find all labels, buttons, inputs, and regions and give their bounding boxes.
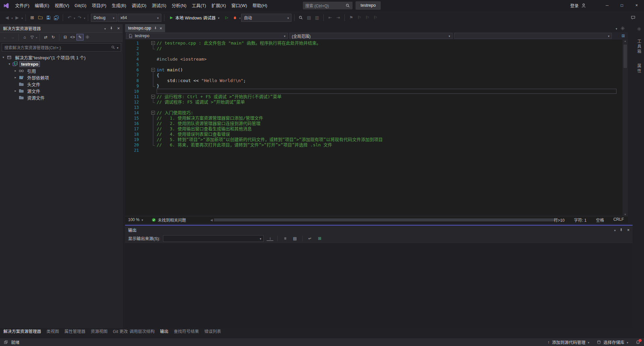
code-line[interactable]: 5 <box>125 62 623 67</box>
menubar-item[interactable]: 帮助(H) <box>250 0 270 11</box>
code-line[interactable]: 10 <box>125 89 623 94</box>
gear-icon[interactable] <box>637 27 641 31</box>
hot-reload-mode-dropdown[interactable]: 自动 <box>241 14 291 22</box>
close-tab-icon[interactable] <box>160 26 162 31</box>
scroll-left-icon[interactable]: ◀ <box>210 218 213 222</box>
window-position-icon[interactable] <box>614 228 616 232</box>
search-icon[interactable] <box>345 3 350 8</box>
hot-reload-icon[interactable] <box>231 14 238 22</box>
toggle-bookmark-icon[interactable]: ⚑ <box>347 14 355 22</box>
menubar-item[interactable]: 工具(T) <box>189 0 209 11</box>
document-tab-testrepo-cpp[interactable]: testrepo.cpp <box>125 24 165 32</box>
panel-splitter[interactable] <box>125 225 633 226</box>
code-line[interactable]: 3 <box>125 51 623 57</box>
decrease-indent-icon[interactable]: ⇤ <box>326 14 334 22</box>
comment-selection-icon[interactable]: ▤ <box>305 14 313 22</box>
quick-search-box[interactable]: 搜索 (Ctrl+Q) <box>303 2 353 9</box>
start-without-debugging-icon[interactable]: ▷ <box>223 14 230 22</box>
member-dropdown[interactable] <box>454 33 612 39</box>
active-documents-dropdown-icon[interactable] <box>615 26 617 31</box>
notifications-bell-icon[interactable] <box>636 340 640 345</box>
split-window-icon[interactable]: ⊞ <box>622 33 625 38</box>
increase-indent-icon[interactable]: ⇥ <box>334 14 342 22</box>
fold-collapse-button[interactable]: − <box>149 67 157 73</box>
code-line[interactable]: 20// 6. 将来，若要再次打开此项目，请转到“文件”>“打开”>“项目”并选… <box>125 142 623 148</box>
sync-with-active-document-icon[interactable]: ⇄ <box>42 34 49 41</box>
menubar-item[interactable]: 窗口(W) <box>229 0 250 11</box>
zoom-dropdown[interactable]: 100 % <box>125 217 146 222</box>
home-icon[interactable]: ⌂ <box>21 34 28 41</box>
code-line[interactable]: 1−// testrepo.cpp : 此文件包含 "main" 函数。程序执行… <box>125 41 623 46</box>
sign-in-button[interactable]: 登录 <box>570 2 579 9</box>
panel-tab[interactable]: 查找符号结果 <box>171 328 202 335</box>
output-panel-header[interactable]: 输出 <box>125 226 633 233</box>
output-source-dropdown[interactable] <box>163 235 264 242</box>
fold-collapse-button[interactable]: − <box>149 41 157 46</box>
tree-expanded-icon[interactable]: ▾ <box>1 56 6 59</box>
properties-icon[interactable] <box>84 34 91 41</box>
navigate-back-dropdown-icon[interactable] <box>11 15 13 20</box>
pin-icon[interactable] <box>619 228 623 232</box>
code-line[interactable]: 14−// 入门使用技巧: <box>125 110 623 116</box>
refresh-icon[interactable]: ↻ <box>50 34 57 41</box>
filter-dropdown-icon[interactable] <box>36 34 37 40</box>
code-line[interactable]: 16// 2. 使用团队资源管理器窗口连接到源代码管理 <box>125 121 623 126</box>
solution-platform-dropdown[interactable]: x64 <box>118 14 161 22</box>
undo-icon[interactable]: ↶ <box>66 14 73 22</box>
tab-options-gear-icon[interactable] <box>621 26 625 30</box>
navigate-forward-dropdown-icon[interactable] <box>21 15 23 20</box>
code-line[interactable]: 6−int main() <box>125 67 623 73</box>
undo-dropdown-icon[interactable] <box>74 15 75 20</box>
tree-expanded-icon[interactable]: ▾ <box>7 62 12 66</box>
filter-icon[interactable]: ▽ <box>29 34 36 41</box>
solution-explorer-search-box[interactable]: 搜索解决方案资源管理器(Ctrl+;) <box>2 43 121 52</box>
previous-bookmark-icon[interactable]: ⚐ <box>356 14 363 22</box>
word-wrap-icon[interactable]: ↵ <box>307 235 313 242</box>
background-tasks-icon[interactable] <box>4 340 8 344</box>
close-icon[interactable] <box>117 26 120 31</box>
explorer-forward-icon[interactable]: → <box>9 34 16 41</box>
project-dropdown[interactable]: ++ testrepo <box>126 33 288 39</box>
menubar-item[interactable]: Git(G) <box>72 0 89 11</box>
next-bookmark-icon[interactable]: ⚐ <box>364 14 371 22</box>
new-item-icon[interactable]: ⊞ <box>29 14 36 22</box>
scope-dropdown[interactable]: (全局范围) <box>289 33 452 39</box>
collapsed-tool-window-tab[interactable]: 属性 <box>636 62 642 76</box>
scroll-up-icon[interactable]: ▲ <box>625 40 626 43</box>
eol-indicator[interactable]: CRLF <box>613 217 624 223</box>
save-all-icon[interactable] <box>53 14 60 22</box>
tool-window-tab[interactable]: 属性管理器 <box>62 328 88 335</box>
fold-collapse-button[interactable]: − <box>149 110 157 116</box>
dock-panel-icon[interactable]: ⊞ <box>316 235 323 242</box>
scrollbar-thumb[interactable] <box>624 45 627 68</box>
code-line[interactable]: 11−// 运行程序: Ctrl + F5 或调试 >“开始执行(不调试)”菜单 <box>125 94 623 99</box>
solution-configuration-dropdown[interactable]: Debug <box>91 14 117 22</box>
tool-window-tab[interactable]: 资源视图 <box>88 328 110 335</box>
code-editor[interactable]: 1−// testrepo.cpp : 此文件包含 "main" 函数。程序执行… <box>125 40 628 216</box>
tree-item[interactable]: ▾解决方案“testrepo”(1 个项目/共 1 个) <box>0 54 123 61</box>
save-icon[interactable] <box>45 14 52 22</box>
tree-item[interactable]: 资源文件 <box>0 94 123 101</box>
solution-explorer-header[interactable]: 解决方案资源管理器 <box>0 24 123 32</box>
uncomment-selection-icon[interactable]: ▥ <box>313 14 321 22</box>
redo-dropdown-icon[interactable] <box>84 15 85 20</box>
tree-collapsed-icon[interactable]: ▸ <box>13 76 18 79</box>
open-file-icon[interactable] <box>37 14 44 22</box>
redo-icon[interactable]: ↷ <box>76 14 83 22</box>
indent-indicator[interactable]: 空格 <box>596 217 604 223</box>
panel-tab[interactable]: 错误列表 <box>202 328 224 335</box>
scrollbar-thumb[interactable] <box>214 218 557 221</box>
document-health-indicator[interactable]: 未找到相关问题 <box>152 217 186 223</box>
tool-window-tab[interactable]: 解决方案资源管理器 <box>1 328 44 335</box>
menubar-item[interactable]: 生成(B) <box>109 0 129 11</box>
code-line[interactable]: 4#include <iostream> <box>125 57 623 62</box>
tree-item[interactable]: ▸外部依赖项 <box>0 74 123 81</box>
tree-collapsed-icon[interactable]: ▸ <box>13 89 18 92</box>
editor-vertical-scrollbar[interactable]: ▲ ▼ <box>623 40 628 216</box>
user-account-icon[interactable] <box>581 3 586 8</box>
code-line[interactable]: 13 <box>125 105 623 110</box>
pin-icon[interactable] <box>109 26 113 30</box>
hot-reload-dropdown-icon[interactable] <box>239 15 240 20</box>
close-button[interactable]: × <box>629 0 644 11</box>
scroll-down-icon[interactable]: ▼ <box>625 213 626 216</box>
